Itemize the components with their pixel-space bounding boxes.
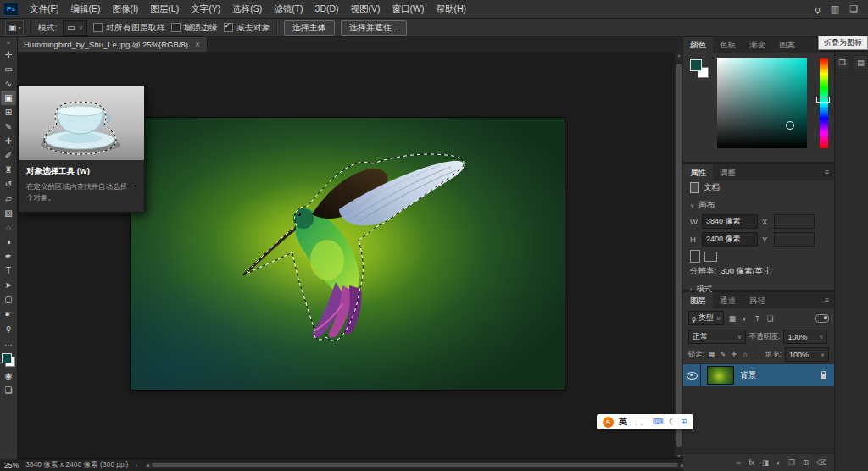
- vertical-scroll-thumb[interactable]: [676, 64, 682, 447]
- menu-image[interactable]: 图像(I): [106, 0, 144, 18]
- hand-tool[interactable]: ☛: [1, 307, 16, 321]
- filter-shape-icon[interactable]: ❏: [765, 314, 775, 323]
- menu-view[interactable]: 视图(V): [345, 0, 387, 18]
- vertical-scrollbar[interactable]: ▲ ▼: [674, 52, 683, 459]
- menu-type[interactable]: 文字(Y): [185, 0, 226, 18]
- layer-row-background[interactable]: 背景: [683, 364, 834, 386]
- pen-tool[interactable]: ✒: [1, 249, 16, 263]
- collapsed-panel-icon[interactable]: ❒: [835, 55, 849, 69]
- saturation-brightness-field[interactable]: [717, 58, 807, 148]
- blur-tool[interactable]: ◌: [1, 220, 16, 235]
- foreground-color-swatch[interactable]: [2, 353, 12, 363]
- filter-type-icon[interactable]: T: [753, 314, 762, 323]
- tab-layers[interactable]: 图层: [683, 292, 713, 308]
- lock-paint-icon[interactable]: ✎: [719, 351, 726, 358]
- clone-stamp-tool[interactable]: ♜: [1, 163, 16, 177]
- close-tab-icon[interactable]: ×: [195, 40, 200, 49]
- ime-toolbox-icon[interactable]: ⊞: [681, 418, 687, 426]
- tab-gradients[interactable]: 渐变: [743, 36, 772, 53]
- ime-language-toggle[interactable]: 英: [619, 416, 627, 428]
- path-selection-tool[interactable]: ➤: [1, 278, 16, 292]
- edit-toolbar-button[interactable]: …: [1, 335, 16, 350]
- opacity-dropdown[interactable]: 100% ∨: [783, 330, 827, 344]
- filter-type-dropdown[interactable]: ϙ 类型 ∨: [688, 311, 724, 325]
- quick-mask-button[interactable]: ◉: [1, 368, 16, 383]
- blend-mode-dropdown[interactable]: 正常 ∨: [688, 330, 746, 344]
- tab-color[interactable]: 颜色: [683, 36, 713, 53]
- lock-transparent-icon[interactable]: ▦: [708, 351, 715, 358]
- app-icon[interactable]: Ps: [3, 3, 19, 16]
- panel-menu-icon[interactable]: ≡: [820, 292, 834, 308]
- ime-logo-icon[interactable]: S: [603, 417, 614, 428]
- tab-swatches[interactable]: 色板: [713, 36, 743, 53]
- lasso-tool[interactable]: ∿: [1, 76, 16, 91]
- enhance-edge-checkbox[interactable]: 增强边缘: [171, 22, 218, 34]
- menu-filter[interactable]: 滤镜(T): [268, 0, 309, 18]
- hue-marker[interactable]: [816, 97, 830, 103]
- history-brush-tool[interactable]: ↺: [1, 177, 16, 191]
- new-layer-icon[interactable]: ⊞: [803, 458, 809, 467]
- menu-window[interactable]: 窗口(W): [387, 0, 431, 18]
- eraser-tool[interactable]: ▱: [1, 191, 16, 206]
- layer-thumbnail[interactable]: [707, 366, 734, 385]
- new-group-icon[interactable]: ❐: [788, 458, 795, 467]
- subtract-object-checkbox[interactable]: 减去对象: [224, 22, 270, 34]
- toolbar-collapse-button[interactable]: »: [1, 38, 16, 47]
- layer-name[interactable]: 背景: [740, 370, 756, 381]
- search-icon[interactable]: ϙ: [815, 4, 821, 14]
- visibility-cell[interactable]: [683, 364, 701, 386]
- width-field[interactable]: 3840 像素: [702, 214, 758, 229]
- layer-effects-icon[interactable]: fx: [748, 458, 754, 467]
- menu-select[interactable]: 选择(S): [226, 0, 268, 18]
- ime-punctuation-icon[interactable]: ，。: [632, 417, 648, 428]
- document-tab[interactable]: Hummingbird_by_Shu_Le.jpg @ 25%(RGB/8) ×: [17, 36, 208, 52]
- delete-layer-icon[interactable]: ⌫: [816, 458, 826, 467]
- healing-brush-tool[interactable]: ✚: [1, 134, 16, 148]
- dodge-tool[interactable]: ◑: [1, 235, 16, 249]
- filter-pixel-icon[interactable]: ▦: [727, 314, 737, 323]
- type-tool[interactable]: T: [1, 263, 16, 278]
- tab-adjustments[interactable]: 调整: [713, 164, 743, 180]
- move-tool[interactable]: ✛: [1, 47, 16, 62]
- link-layers-icon[interactable]: ∞: [736, 458, 741, 467]
- select-subject-button[interactable]: 选择主体: [284, 20, 335, 36]
- workspace-grid-icon[interactable]: ▥: [831, 3, 839, 14]
- screen-mode-button[interactable]: ❏: [1, 383, 16, 397]
- sample-all-layers-checkbox[interactable]: 对所有图层取样: [93, 22, 165, 34]
- height-field[interactable]: 2400 像素: [702, 232, 758, 247]
- tab-paths[interactable]: 路径: [743, 292, 772, 308]
- foreground-color-swatch[interactable]: [690, 59, 702, 71]
- collapsed-panel-icon[interactable]: ▤: [854, 55, 868, 69]
- document-image[interactable]: [131, 118, 565, 390]
- horizontal-scrollbar[interactable]: ◀ ▶: [144, 461, 686, 470]
- tab-properties[interactable]: 属性: [683, 164, 713, 180]
- zoom-level[interactable]: 25%: [4, 461, 19, 469]
- menu-edit[interactable]: 编辑(E): [64, 0, 106, 18]
- eyedropper-tool[interactable]: ✎: [1, 119, 16, 134]
- rectangle-tool[interactable]: ▢: [1, 292, 16, 307]
- color-marker[interactable]: [786, 121, 794, 130]
- marquee-tool[interactable]: ▭: [1, 62, 16, 76]
- horizontal-scroll-thumb[interactable]: [152, 463, 678, 467]
- resolution-value[interactable]: 300 像素/英寸: [721, 266, 771, 277]
- adjustment-layer-icon[interactable]: ◐: [776, 458, 781, 467]
- workspace-switcher-icon[interactable]: ❏: [849, 3, 858, 14]
- lock-position-icon[interactable]: ✛: [730, 351, 737, 358]
- canvas-section-header[interactable]: ∨ 画布: [683, 198, 834, 213]
- filter-toggle-switch[interactable]: [815, 314, 829, 323]
- brush-tool[interactable]: ✐: [1, 148, 16, 163]
- tool-preset-picker[interactable]: ▣ ▾: [5, 20, 24, 36]
- tab-patterns[interactable]: 图案: [772, 36, 802, 53]
- ime-keyboard-icon[interactable]: ⌨: [653, 418, 664, 426]
- lock-icon[interactable]: [821, 374, 826, 379]
- lock-artboard-icon[interactable]: ⌂: [741, 351, 748, 358]
- select-and-mask-button[interactable]: 选择并遮住...: [341, 20, 407, 36]
- object-selection-tool[interactable]: ▣: [1, 91, 16, 105]
- zoom-tool[interactable]: ϙ: [1, 321, 16, 335]
- menu-layer[interactable]: 图层(L): [144, 0, 185, 18]
- gradient-tool[interactable]: ▧: [1, 206, 16, 220]
- fill-dropdown[interactable]: 100% ∨: [785, 347, 829, 362]
- scroll-left-icon[interactable]: ◀: [146, 462, 149, 468]
- filter-adjustment-icon[interactable]: ◐: [740, 314, 749, 323]
- scroll-up-icon[interactable]: ▲: [675, 53, 683, 58]
